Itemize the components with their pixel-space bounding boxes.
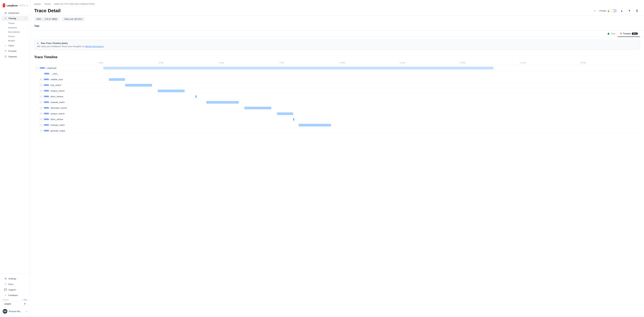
timeline-row: +SPANevaluate_match: [34, 100, 640, 105]
sidebar-sub-models[interactable]: Models: [1, 38, 29, 43]
expand-btn[interactable]: +: [40, 118, 42, 121]
span-label: direct_retrieve: [50, 96, 63, 98]
private-label: Private: [600, 10, 606, 12]
expand-btn[interactable]: +: [40, 130, 42, 132]
cost-stat: Total cost: $0.0211: [62, 17, 85, 21]
timeline-row: +SPANdirect_retrieve: [34, 94, 640, 100]
user-avatar: RW: [3, 309, 8, 314]
timeline-label-cell: +SPANevaluate_match: [34, 124, 98, 126]
timeline-bar-cell[interactable]: [98, 122, 640, 128]
nav-down-button[interactable]: ▼: [626, 8, 632, 13]
timeline-bar-cell[interactable]: [98, 71, 640, 76]
span-type-badge: SPAN: [43, 107, 50, 109]
span-type-badge: SPAN: [43, 78, 50, 80]
span-type-badge: SPAN: [43, 90, 50, 92]
ruler-tick: 20.00s: [580, 60, 640, 65]
dashboard-icon: ⊞: [4, 12, 7, 14]
timeline-rows: −SPANLangGraphSPAN__start__+SPANvalidate…: [34, 65, 640, 134]
span-type-badge: SPAN: [43, 112, 50, 115]
tags-label: Tags: [34, 24, 640, 27]
timeline-label-cell: +SPANdirect_retrieve: [34, 118, 98, 121]
sidebar-item-tracing[interactable]: ≡ Tracing ▾: [1, 16, 29, 21]
timeline-bar-cell[interactable]: [98, 105, 640, 111]
private-switch[interactable]: [611, 9, 617, 12]
timeline-row: +SPANanalyze_search: [34, 88, 640, 94]
content-area: >_ New Trace Timeline (beta) We value yo…: [30, 37, 644, 317]
sidebar-item-support[interactable]: 💬 Support: [1, 287, 29, 292]
header-actions: ☆ Private 🔒 ▲ ▼ 🗑: [592, 8, 640, 13]
timeline-bar-cell[interactable]: [98, 77, 640, 82]
lock-icon: 🔒: [607, 10, 610, 12]
prompts-icon: ✎: [4, 50, 7, 52]
span-label: generate_output: [50, 130, 65, 132]
ruler-tick: 10.00s: [339, 60, 399, 65]
tab-tree[interactable]: 🌲 Tree: [605, 31, 618, 37]
breadcrumb-project[interactable]: project: [34, 3, 41, 5]
expand-btn[interactable]: +: [40, 95, 42, 98]
sidebar-item-feedback[interactable]: ☆ Feedback: [1, 292, 29, 298]
sidebar-item-dashboard[interactable]: ⊞ Dashboard: [1, 10, 29, 16]
timeline-bar-cell[interactable]: [98, 100, 640, 105]
timeline-label-cell: SPAN__start__: [34, 72, 98, 75]
app-logo[interactable]: 🔴 Langfuse v2.57.0 ▲: [0, 2, 30, 10]
version-arrow: ▲: [26, 4, 28, 6]
timeline-ruler: 0.00s2.50s5.00s7.50s10.00s12.50s15.00s17…: [98, 60, 640, 65]
new-project-btn[interactable]: + New: [22, 299, 28, 301]
timeline-bar: [125, 84, 152, 86]
timeline-bar-cell[interactable]: [98, 128, 640, 134]
sidebar-item-settings[interactable]: ⚙ Settings: [1, 276, 29, 281]
timeline-ruler-header: 0.00s2.50s5.00s7.50s10.00s12.50s15.00s17…: [34, 60, 640, 65]
expand-btn[interactable]: +: [40, 90, 42, 92]
sidebar-sub-traces[interactable]: Traces: [1, 21, 29, 25]
sidebar-user[interactable]: RW Richard Wa... ▾: [0, 308, 30, 315]
sidebar-sub-scores[interactable]: Scores: [1, 34, 29, 38]
expand-btn[interactable]: +: [40, 112, 42, 115]
sidebar-datasets-label: Datasets: [8, 55, 17, 58]
expand-btn[interactable]: −: [36, 67, 38, 70]
timeline-bar: [277, 112, 293, 115]
span-label: analyze_search: [50, 112, 64, 115]
project-selector[interactable]: project ▾: [3, 302, 27, 306]
span-type-badge: SPAN: [43, 130, 50, 132]
private-toggle: Private 🔒: [600, 9, 617, 12]
timeline-bar-cell[interactable]: [98, 82, 640, 88]
tracing-icon: ≡: [4, 17, 7, 20]
favorite-button[interactable]: ☆: [592, 8, 598, 13]
sidebar-item-users[interactable]: ○ Users: [1, 43, 29, 48]
delete-button[interactable]: 🗑: [634, 8, 640, 13]
span-label: __start__: [51, 72, 59, 75]
expand-btn[interactable]: +: [40, 124, 42, 126]
sidebar-sub-sessions[interactable]: Sessions: [1, 26, 29, 30]
sidebar-item-docs[interactable]: 📄 Docs: [1, 282, 29, 287]
timeline-bar-cell[interactable]: [98, 88, 640, 94]
support-label: Support: [8, 288, 16, 291]
breadcrumb-traces[interactable]: Traces: [44, 3, 51, 5]
timeline-label-cell: +SPANanalyze_search: [34, 112, 98, 115]
github-discussions-link[interactable]: GitHub discussions: [85, 45, 104, 48]
timeline-label-cell: +SPANanalyze_search: [34, 90, 98, 92]
settings-label: Settings: [8, 278, 16, 280]
sidebar-item-prompts[interactable]: ✎ Prompts: [1, 48, 29, 54]
timeline-bar-cell[interactable]: [98, 65, 640, 71]
breadcrumb-trace-id: 6ddcc7af-77b7-432e-a87c-09a6ce2731b3: [54, 3, 95, 5]
sidebar-prompts-label: Prompts: [8, 50, 16, 52]
sidebar-item-datasets[interactable]: ⊡ Datasets: [1, 54, 29, 59]
tab-timeline[interactable]: ☰ Timeline Beta: [618, 31, 640, 37]
beta-notice-icon: >_: [37, 42, 40, 44]
expand-btn[interactable]: +: [40, 78, 42, 81]
span-label: analyze_search: [50, 90, 64, 92]
timeline-label-cell: +SPANweb_search: [34, 84, 98, 86]
toggle-knob: [611, 10, 614, 12]
timeline-bar-cell[interactable]: [98, 111, 640, 116]
expand-btn[interactable]: +: [40, 101, 42, 104]
page-title: Trace Detail: [34, 8, 60, 14]
expand-btn[interactable]: +: [40, 107, 42, 109]
ruler-tick: 15.00s: [459, 60, 520, 65]
expand-btn[interactable]: +: [40, 84, 42, 86]
timeline-bar-cell[interactable]: [98, 116, 640, 122]
timeline-row: +SPANalternative_search: [34, 105, 640, 111]
timeline-bar-cell[interactable]: [98, 94, 640, 99]
nav-up-button[interactable]: ▲: [619, 8, 624, 13]
sidebar-sub-generations[interactable]: Generations: [1, 30, 29, 34]
span-label: validate_input: [50, 78, 63, 81]
